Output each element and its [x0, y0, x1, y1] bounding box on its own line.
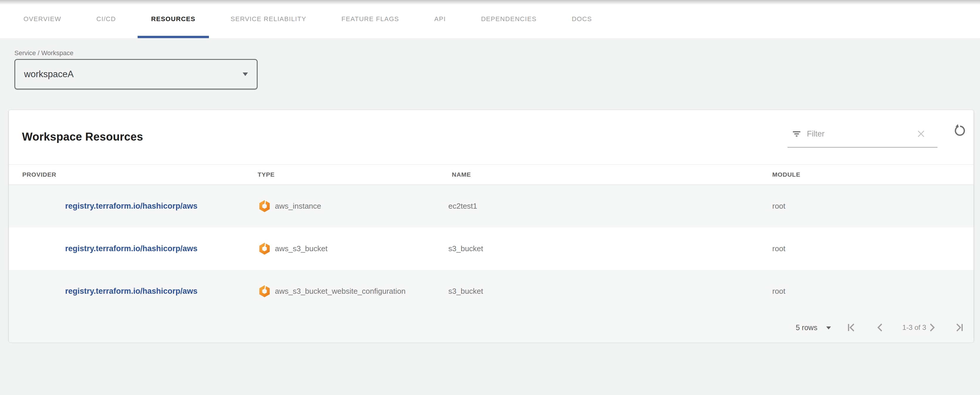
workspace-resources-card: Workspace Resources PROVIDER TYPE NAME M…	[9, 110, 974, 342]
tab-dependencies[interactable]: DEPENDENCIES	[463, 0, 554, 38]
aws-provider-icon	[258, 242, 271, 256]
rows-per-page-value: 5 rows	[796, 323, 818, 332]
provider-cell: registry.terraform.io/hashicorp/aws	[9, 287, 254, 296]
table-row: registry.terraform.io/hashicorp/aws aws_…	[9, 185, 974, 228]
type-cell: aws_instance	[254, 199, 447, 213]
type-cell: aws_s3_bucket	[254, 242, 447, 256]
column-header-module: MODULE	[772, 171, 800, 178]
table-header-row: PROVIDER TYPE NAME MODULE	[9, 164, 974, 185]
resource-type: aws_instance	[275, 202, 321, 211]
filter-input[interactable]	[806, 129, 915, 139]
resource-name: s3_bucket	[447, 287, 767, 296]
tab-docs[interactable]: DOCS	[554, 0, 610, 38]
tab-bar: OVERVIEW CI/CD RESOURCES SERVICE RELIABI…	[0, 0, 980, 38]
clear-filter-icon[interactable]	[915, 128, 927, 140]
tab-cicd[interactable]: CI/CD	[79, 0, 134, 38]
service-workspace-selector: Service / Workspace workspaceA	[14, 49, 980, 89]
workspace-select-value: workspaceA	[24, 69, 243, 80]
tab-feature-flags[interactable]: FEATURE FLAGS	[324, 0, 417, 38]
refresh-icon[interactable]	[952, 123, 967, 138]
resource-module: root	[767, 287, 974, 296]
first-page-icon[interactable]	[844, 320, 858, 334]
card-title: Workspace Resources	[22, 131, 143, 143]
card-header: Workspace Resources	[9, 110, 974, 164]
resource-type: aws_s3_bucket	[275, 244, 328, 253]
table-row: registry.terraform.io/hashicorp/aws aws_…	[9, 228, 974, 270]
table-footer: 5 rows 1-3 of 3	[9, 312, 974, 342]
provider-link[interactable]: registry.terraform.io/hashicorp/aws	[65, 287, 197, 296]
provider-link[interactable]: registry.terraform.io/hashicorp/aws	[65, 202, 197, 210]
tab-resources[interactable]: RESOURCES	[134, 0, 213, 38]
resource-module: root	[767, 244, 974, 253]
last-page-icon[interactable]	[953, 320, 967, 334]
tab-api[interactable]: API	[417, 0, 463, 38]
tab-overview[interactable]: OVERVIEW	[6, 0, 79, 38]
workspace-select[interactable]: workspaceA	[14, 59, 258, 89]
provider-cell: registry.terraform.io/hashicorp/aws	[9, 244, 254, 253]
aws-provider-icon	[258, 284, 271, 298]
provider-link[interactable]: registry.terraform.io/hashicorp/aws	[65, 244, 197, 253]
resource-name: s3_bucket	[447, 244, 767, 253]
tab-service-reliability[interactable]: SERVICE RELIABILITY	[213, 0, 324, 38]
caret-down-icon	[243, 72, 248, 76]
provider-cell: registry.terraform.io/hashicorp/aws	[9, 202, 254, 211]
resource-type: aws_s3_bucket_website_configuration	[275, 287, 406, 296]
column-header-provider: PROVIDER	[22, 171, 56, 178]
table-row: registry.terraform.io/hashicorp/aws aws_…	[9, 270, 974, 312]
caret-down-icon	[826, 327, 831, 330]
rows-per-page-select[interactable]: 5 rows	[796, 323, 831, 332]
column-header-type: TYPE	[258, 171, 275, 178]
filter-field	[788, 121, 937, 148]
pagination-range: 1-3 of 3	[902, 323, 926, 331]
next-page-icon[interactable]	[925, 320, 939, 334]
resource-name: ec2test1	[447, 202, 767, 211]
resource-module: root	[767, 202, 974, 211]
previous-page-icon[interactable]	[873, 320, 887, 334]
aws-provider-icon	[258, 199, 271, 213]
service-workspace-label: Service / Workspace	[14, 49, 980, 57]
filter-list-icon	[792, 129, 802, 139]
column-header-name: NAME	[452, 171, 471, 178]
type-cell: aws_s3_bucket_website_configuration	[254, 284, 447, 298]
